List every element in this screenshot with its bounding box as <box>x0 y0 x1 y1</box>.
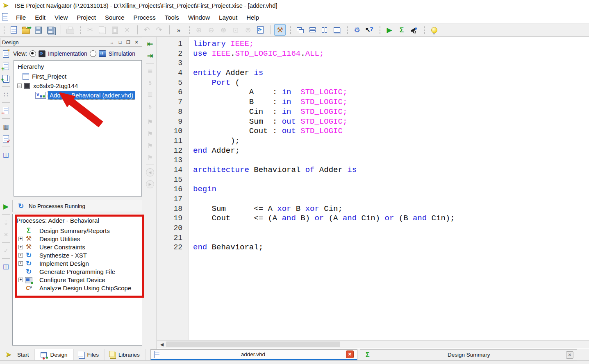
pick-tool-button[interactable] <box>274 24 286 36</box>
run-process-button[interactable] <box>1 201 11 211</box>
menu-tools[interactable]: Tools <box>160 12 184 23</box>
create-schematic-symbol-button[interactable] <box>1 90 11 99</box>
process-item-label[interactable]: Analyze Design Using ChipScope <box>39 285 131 292</box>
document-tab-adder-vhd[interactable]: adder.vhd✕ <box>150 349 357 360</box>
outdent-lines-button[interactable] <box>145 90 155 99</box>
process-item[interactable]: Generate Programming File <box>13 267 142 276</box>
float-window-button[interactable] <box>331 24 343 36</box>
process-item[interactable]: Analyze Design Using ChipScope <box>13 284 142 292</box>
tile-vertically-button[interactable] <box>319 24 330 36</box>
design-panel-close-icon[interactable]: ✕ <box>133 39 140 45</box>
tile-horizontally-button[interactable] <box>307 24 318 36</box>
process-item-label[interactable]: Design Summary/Reports <box>39 227 110 234</box>
process-item[interactable]: Design Summary/Reports <box>13 226 142 235</box>
show-line-numbers-button[interactable] <box>145 102 155 111</box>
panel-tab-files[interactable]: Files <box>73 349 105 360</box>
menu-window[interactable]: Window <box>184 12 214 23</box>
process-item-label[interactable]: Implement Design <box>39 260 89 267</box>
rerun-process-button[interactable] <box>1 217 11 227</box>
run-button[interactable] <box>384 24 395 36</box>
copy-button[interactable] <box>97 24 108 36</box>
delete-button[interactable] <box>121 24 133 36</box>
menu-view[interactable]: View <box>50 12 72 23</box>
clear-bookmarks-button[interactable] <box>145 153 155 162</box>
new-file-button[interactable] <box>8 24 19 36</box>
context-help-button[interactable] <box>364 24 375 36</box>
close-tab-icon[interactable]: ✕ <box>566 351 573 359</box>
print-button[interactable] <box>64 24 76 36</box>
design-panel-maximize-icon[interactable]: □ <box>116 39 124 45</box>
remove-source-button[interactable] <box>1 106 11 115</box>
toggle-design-panel-button[interactable] <box>1 150 11 160</box>
paste-button[interactable] <box>109 24 121 36</box>
hierarchy-item[interactable]: First_Project <box>14 72 141 81</box>
process-item[interactable]: +Implement Design <box>13 259 142 267</box>
previous-bookmark-button[interactable] <box>145 141 155 150</box>
process-item-label[interactable]: User Constraints <box>39 244 85 251</box>
navigate-backward-button[interactable] <box>145 168 155 177</box>
code-area[interactable]: library IEEE;use IEEE.STD_LOGIC_1164.ALL… <box>193 37 589 343</box>
expander-minus-icon[interactable]: − <box>17 84 22 88</box>
cut-button[interactable] <box>84 24 96 36</box>
expander-plus-icon[interactable]: + <box>18 261 23 266</box>
menu-project[interactable]: Project <box>72 12 100 23</box>
add-copy-of-source-button[interactable] <box>1 74 11 84</box>
go-to-line-number-button[interactable] <box>145 78 155 87</box>
menu-help[interactable]: Help <box>242 12 264 23</box>
navigate-forward-button[interactable] <box>145 180 155 189</box>
zoom-selection-button[interactable] <box>242 24 254 36</box>
open-file-button[interactable] <box>20 24 32 36</box>
hierarchy-item-label-selected[interactable]: Adder - Behavioral (adder.vhd) <box>48 91 135 99</box>
process-item-label[interactable]: Generate Programming File <box>39 268 115 275</box>
zoom-full-view-button[interactable] <box>218 24 229 36</box>
document-tab-design-summary[interactable]: Design Summary✕ <box>360 349 577 360</box>
expander-plus-icon[interactable]: + <box>18 253 23 258</box>
design-panel-float-icon[interactable]: ❐ <box>125 39 132 45</box>
menu-process[interactable]: Process <box>129 12 160 23</box>
hierarchy-item-label[interactable]: First_Project <box>32 73 66 80</box>
toggle-process-panel-button[interactable] <box>1 262 11 271</box>
toolbar-overflow-button[interactable] <box>173 24 184 36</box>
undo-button[interactable] <box>141 24 152 36</box>
add-source-button[interactable] <box>1 61 11 71</box>
hierarchy-item[interactable]: Adder - Behavioral (adder.vhd) <box>14 90 141 100</box>
process-item-label[interactable]: Configure Target Device <box>39 276 105 283</box>
zoom-box-button[interactable] <box>230 24 241 36</box>
expander-plus-icon[interactable]: + <box>18 237 23 241</box>
redo-button[interactable] <box>153 24 165 36</box>
panel-tab-start[interactable]: Start <box>0 349 35 360</box>
expander-plus-icon[interactable]: + <box>18 245 23 249</box>
toggle-bookmark-button[interactable] <box>145 117 155 126</box>
close-tab-icon[interactable]: ✕ <box>346 350 354 358</box>
process-item[interactable]: +User Constraints <box>13 243 142 251</box>
refresh-view-button[interactable] <box>255 24 266 36</box>
save-all-button[interactable] <box>45 24 56 36</box>
go-to-next-source-button[interactable] <box>145 51 155 60</box>
menu-source[interactable]: Source <box>100 12 129 23</box>
analyze-timing-button[interactable] <box>408 24 420 36</box>
process-item-label[interactable]: Design Utilities <box>39 235 80 242</box>
design-panel-undock-icon[interactable]: ↔ <box>108 39 116 45</box>
cascade-windows-button[interactable] <box>294 24 306 36</box>
horizontal-scrollbar[interactable]: ◀ <box>157 340 589 348</box>
zoom-out-button[interactable] <box>205 24 217 36</box>
panel-tab-design[interactable]: Design <box>35 349 73 360</box>
rerun-all-processes-button[interactable] <box>1 246 11 255</box>
menu-layout[interactable]: Layout <box>214 12 242 23</box>
design-summary-button[interactable] <box>396 24 407 36</box>
save-button[interactable] <box>32 24 44 36</box>
zoom-in-button[interactable] <box>193 24 205 36</box>
project-properties-button[interactable] <box>351 24 363 36</box>
show-tips-button[interactable] <box>428 24 440 36</box>
scroll-left-arrow-icon[interactable]: ◀ <box>159 341 165 347</box>
menu-edit[interactable]: Edit <box>30 12 50 23</box>
hierarchy-item-label[interactable]: xc6slx9-2tqg144 <box>33 82 78 89</box>
process-item[interactable]: +Design Utilities <box>13 235 142 243</box>
expander-plus-icon[interactable]: + <box>18 278 23 282</box>
new-source-button[interactable] <box>1 49 11 59</box>
design-properties-button[interactable] <box>1 122 11 131</box>
indent-lines-button[interactable] <box>145 66 155 75</box>
process-item[interactable]: +Synthesize - XST <box>13 251 142 259</box>
view-radio-implementation[interactable] <box>30 50 36 57</box>
hierarchy-item[interactable]: −xc6slx9-2tqg144 <box>14 81 141 90</box>
